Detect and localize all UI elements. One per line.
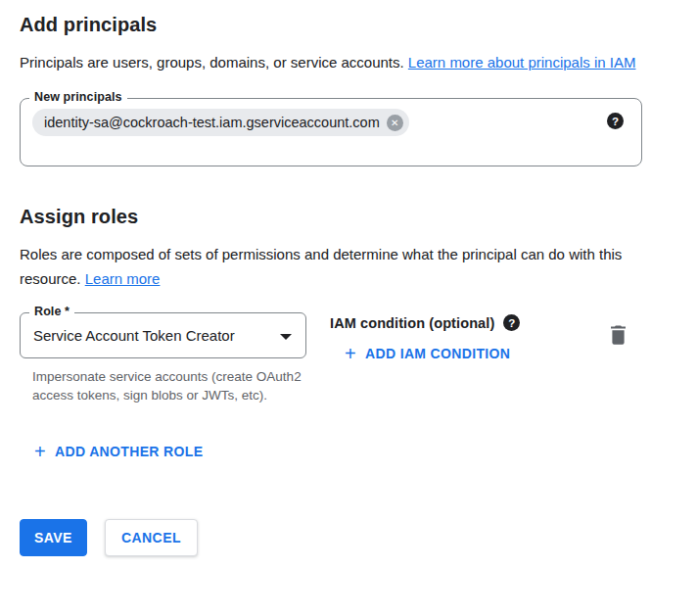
iam-condition-label: IAM condition (optional) (330, 315, 494, 331)
add-iam-condition-label: ADD IAM CONDITION (365, 346, 510, 361)
assign-roles-title: Assign roles (20, 206, 642, 228)
chip-remove-icon[interactable]: ✕ (387, 115, 403, 131)
principals-description-text: Principals are users, groups, domains, o… (20, 54, 408, 71)
role-column: Role * Service Account Token Creator Imp… (20, 312, 306, 404)
principal-chip: identity-sa@cockroach-test.iam.gservicea… (32, 109, 409, 136)
roles-description: Roles are composed of sets of permission… (20, 242, 642, 291)
role-helper-text: Impersonate service accounts (create OAu… (32, 367, 310, 404)
new-principals-help-icon[interactable]: ? (607, 113, 624, 129)
add-another-role-button[interactable]: + ADD ANOTHER ROLE (34, 444, 203, 459)
learn-more-principals-link[interactable]: Learn more about principals in IAM (408, 54, 636, 71)
iam-condition-column: IAM condition (optional) ? + ADD IAM CON… (330, 312, 610, 364)
plus-icon: + (34, 445, 46, 458)
learn-more-roles-link[interactable]: Learn more (85, 270, 161, 287)
iam-condition-help-icon[interactable]: ? (503, 314, 520, 331)
new-principals-label: New principals (29, 90, 127, 104)
role-row: Role * Service Account Token Creator Imp… (20, 312, 642, 404)
role-selected-value: Service Account Token Creator (33, 327, 235, 344)
role-select-label: Role * (29, 305, 74, 318)
trash-icon (610, 333, 627, 348)
add-principals-panel: Add principals Principals are users, gro… (20, 14, 642, 556)
delete-role-column (610, 312, 627, 349)
principals-description: Principals are users, groups, domains, o… (20, 50, 642, 74)
save-button[interactable]: SAVE (20, 519, 87, 556)
add-iam-condition-button[interactable]: + ADD IAM CONDITION (345, 346, 510, 361)
chevron-down-icon (280, 334, 292, 340)
delete-role-button[interactable] (610, 325, 627, 348)
plus-icon: + (345, 347, 356, 360)
iam-condition-header: IAM condition (optional) ? (330, 314, 610, 331)
role-select[interactable]: Role * Service Account Token Creator (20, 312, 306, 358)
cancel-button[interactable]: CANCEL (105, 519, 198, 556)
footer-actions: SAVE CANCEL (20, 519, 642, 556)
principal-chip-text: identity-sa@cockroach-test.iam.gservicea… (44, 115, 380, 130)
add-another-role-label: ADD ANOTHER ROLE (55, 444, 203, 459)
new-principals-field[interactable]: New principals identity-sa@cockroach-tes… (20, 98, 642, 166)
page-title: Add principals (20, 14, 642, 36)
